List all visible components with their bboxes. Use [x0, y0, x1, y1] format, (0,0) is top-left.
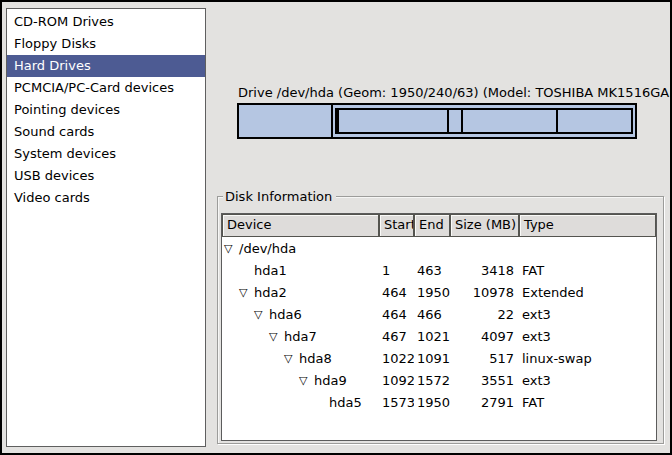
- partition-segment-hda1: [239, 105, 333, 137]
- sidebar-item-label: USB devices: [14, 168, 94, 183]
- column-header[interactable]: Size (MB): [450, 214, 519, 237]
- type-cell: ext3: [519, 307, 656, 322]
- device-cell: ▽ hda2: [222, 285, 379, 300]
- table-row[interactable]: ▽ hda5 1573 1950 2791 FAT: [222, 391, 656, 413]
- size-cell: 4097: [450, 329, 519, 344]
- table-row[interactable]: ▽ hda6 464 466 22 ext3: [222, 303, 656, 325]
- disk-info-table: Device Start End Size (MB) Type ▽: [221, 213, 657, 441]
- start-cell: 1573: [379, 395, 414, 410]
- start-cell: 464: [379, 285, 414, 300]
- expander-icon[interactable]: ▽: [269, 331, 284, 342]
- table-row[interactable]: ▽ hda9 1092 1572 3551 ext3: [222, 369, 656, 391]
- column-header-label: End: [419, 217, 444, 232]
- table-row[interactable]: ▽ hda1 1 463 3418 FAT: [222, 259, 656, 281]
- sidebar-item[interactable]: PCMCIA/PC-Card devices: [7, 77, 205, 99]
- partition-segment-logical: [339, 108, 449, 134]
- table-row[interactable]: ▽ hda2 464 1950 10978 Extended: [222, 281, 656, 303]
- sidebar-item-label: Pointing devices: [14, 102, 120, 117]
- column-header-label: Size (MB): [455, 217, 516, 232]
- sidebar-item-label: System devices: [14, 146, 116, 161]
- disk-info-table-body: ▽ /dev/hda ▽ hda1 1 463: [222, 237, 656, 413]
- start-cell: 1022: [379, 351, 414, 366]
- column-header-label: Device: [227, 217, 271, 232]
- end-cell: 1950: [414, 395, 450, 410]
- expander-icon[interactable]: ▽: [284, 353, 299, 364]
- device-name: hda6: [269, 307, 302, 322]
- sidebar-item-label: Hard Drives: [14, 58, 91, 73]
- start-cell: 467: [379, 329, 414, 344]
- sidebar-item[interactable]: Hard Drives: [7, 55, 205, 77]
- column-header[interactable]: Device: [222, 214, 379, 237]
- sidebar-item[interactable]: Sound cards: [7, 121, 205, 143]
- drive-label: Drive /dev/hda (Geom: 1950/240/63) (Mode…: [238, 85, 672, 100]
- size-cell: 517: [450, 351, 519, 366]
- partition-segment-logical: [558, 108, 633, 134]
- device-cell: ▽ hda5: [222, 395, 379, 410]
- size-cell: 2791: [450, 395, 519, 410]
- column-header-label: Start: [384, 217, 414, 232]
- expander-icon[interactable]: ▽: [299, 375, 314, 386]
- size-cell: 3551: [450, 373, 519, 388]
- device-name: hda8: [299, 351, 332, 366]
- start-cell: 464: [379, 307, 414, 322]
- type-cell: Extended: [519, 285, 656, 300]
- device-name: hda2: [254, 285, 287, 300]
- sidebar-item[interactable]: CD-ROM Drives: [7, 11, 205, 33]
- disk-information-frame-label: Disk Information: [223, 188, 336, 205]
- end-cell: 1091: [414, 351, 450, 366]
- device-cell: ▽ hda8: [222, 351, 379, 366]
- hardware-browser-window: CD-ROM Drives Floppy Disks Hard Drives P…: [0, 0, 672, 455]
- device-name: hda1: [254, 263, 287, 278]
- table-row[interactable]: ▽ hda7 467 1021 4097 ext3: [222, 325, 656, 347]
- column-header-label: Type: [524, 217, 554, 232]
- partition-segment-logical: [463, 108, 558, 134]
- device-name: hda9: [314, 373, 347, 388]
- device-name: /dev/hda: [239, 241, 296, 256]
- partition-segment-extended: [333, 105, 635, 137]
- device-cell: ▽ hda6: [222, 307, 379, 322]
- sidebar-item[interactable]: System devices: [7, 143, 205, 165]
- end-cell: 466: [414, 307, 450, 322]
- end-cell: 1950: [414, 285, 450, 300]
- sidebar-item[interactable]: Video cards: [7, 187, 205, 209]
- sidebar-item[interactable]: USB devices: [7, 165, 205, 187]
- size-cell: 10978: [450, 285, 519, 300]
- sidebar-item-label: Video cards: [14, 190, 90, 205]
- device-cell: ▽ hda7: [222, 329, 379, 344]
- expander-icon[interactable]: ▽: [239, 287, 254, 298]
- start-cell: 1092: [379, 373, 414, 388]
- expander-icon[interactable]: ▽: [224, 243, 239, 254]
- type-cell: linux-swap: [519, 351, 656, 366]
- type-cell: ext3: [519, 329, 656, 344]
- sidebar-item[interactable]: Floppy Disks: [7, 33, 205, 55]
- device-category-list: CD-ROM Drives Floppy Disks Hard Drives P…: [6, 8, 206, 447]
- column-header[interactable]: Type: [519, 214, 656, 237]
- end-cell: 1572: [414, 373, 450, 388]
- table-row[interactable]: ▽ hda8 1022 1091 517 linux-swap: [222, 347, 656, 369]
- device-cell: ▽ hda9: [222, 373, 379, 388]
- sidebar-item-label: Sound cards: [14, 124, 94, 139]
- column-header[interactable]: End: [414, 214, 450, 237]
- device-cell: ▽ /dev/hda: [222, 241, 379, 256]
- device-name: hda7: [284, 329, 317, 344]
- expander-icon[interactable]: ▽: [254, 309, 269, 320]
- partition-bar: [237, 103, 637, 139]
- type-cell: ext3: [519, 373, 656, 388]
- type-cell: FAT: [519, 395, 656, 410]
- sidebar-item[interactable]: Pointing devices: [7, 99, 205, 121]
- sidebar-item-label: Floppy Disks: [14, 36, 96, 51]
- table-row[interactable]: ▽ /dev/hda: [222, 237, 656, 259]
- end-cell: 1021: [414, 329, 450, 344]
- sidebar-item-label: CD-ROM Drives: [14, 14, 114, 29]
- column-header[interactable]: Start: [379, 214, 414, 237]
- disk-info-table-header: Device Start End Size (MB) Type: [222, 214, 656, 237]
- sidebar-item-label: PCMCIA/PC-Card devices: [14, 80, 174, 95]
- partition-segment-logical: [449, 108, 463, 134]
- device-name: hda5: [329, 395, 362, 410]
- type-cell: FAT: [519, 263, 656, 278]
- end-cell: 463: [414, 263, 450, 278]
- size-cell: 3418: [450, 263, 519, 278]
- size-cell: 22: [450, 307, 519, 322]
- device-cell: ▽ hda1: [222, 263, 379, 278]
- disk-information-frame: Disk Information Device Start End Size (…: [217, 196, 664, 444]
